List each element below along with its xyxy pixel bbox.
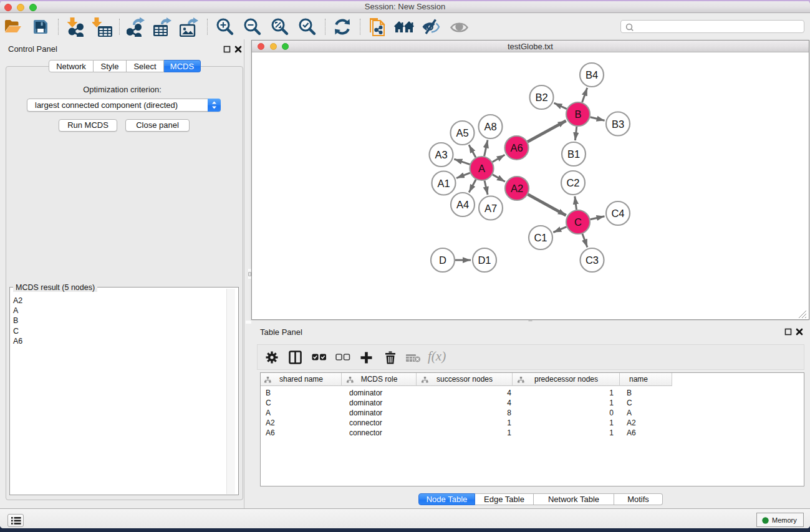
svg-text:A6: A6 xyxy=(510,142,523,153)
svg-text:C4: C4 xyxy=(611,208,624,219)
svg-text:B1: B1 xyxy=(567,148,580,160)
svg-text:D1: D1 xyxy=(478,254,491,266)
svg-text:A4: A4 xyxy=(456,199,469,210)
svg-text:D: D xyxy=(439,254,446,266)
svg-text:C2: C2 xyxy=(566,177,579,188)
svg-text:A3: A3 xyxy=(435,149,447,160)
svg-text:A5: A5 xyxy=(456,127,468,138)
svg-text:A7: A7 xyxy=(485,203,497,214)
svg-text:A8: A8 xyxy=(484,121,496,132)
svg-text:C3: C3 xyxy=(586,254,599,266)
svg-text:A1: A1 xyxy=(437,178,450,189)
svg-text:B: B xyxy=(574,109,581,120)
svg-text:A: A xyxy=(478,163,485,174)
svg-text:A2: A2 xyxy=(511,183,523,194)
svg-text:B3: B3 xyxy=(612,118,624,130)
svg-text:C: C xyxy=(574,216,582,228)
svg-text:C1: C1 xyxy=(534,232,547,243)
svg-text:B4: B4 xyxy=(586,69,598,80)
svg-text:B2: B2 xyxy=(535,92,547,103)
